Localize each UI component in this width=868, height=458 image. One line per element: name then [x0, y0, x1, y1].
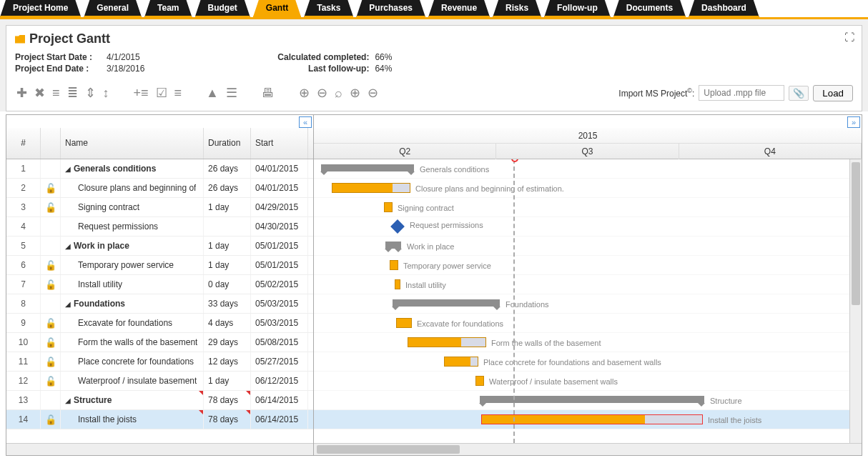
right-hscrollbar[interactable] [314, 443, 862, 455]
table-row[interactable]: 6🔓Temporary power service1 day05/01/2015 [6, 256, 313, 275]
tab-gantt[interactable]: Gantt [253, 0, 301, 17]
duration-cell[interactable]: 1 day [204, 237, 251, 255]
milestone-bar[interactable] [390, 219, 405, 234]
timeline-body[interactable]: Generals conditionsClosure plans and beg… [314, 159, 862, 443]
table-row[interactable]: 13◢Structure78 days06/14/2015 [6, 391, 313, 410]
zoom-minus-icon[interactable]: ⊖ [366, 84, 380, 102]
name-cell[interactable]: Excavate for foundations [61, 314, 204, 332]
table-row[interactable]: 14🔓Install the joists78 days06/14/2015 [6, 410, 313, 429]
duration-cell[interactable]: 33 days [204, 294, 251, 313]
tab-budget[interactable]: Budget [195, 0, 250, 17]
zoom-fit-icon[interactable]: ⌕ [333, 84, 344, 102]
gantt-row[interactable]: Form the walls of the basement [314, 333, 862, 352]
start-cell[interactable]: 05/03/2015 [251, 294, 308, 313]
unlock-icon[interactable]: 🔓 [45, 414, 56, 425]
col-header-start[interactable]: Start [251, 128, 308, 159]
task-bar[interactable]: Temporary power service [390, 260, 398, 270]
table-row[interactable]: 11🔓Place concrete for foundations12 days… [6, 352, 313, 372]
duration-cell[interactable] [204, 217, 251, 236]
name-cell[interactable]: Install utility [61, 275, 204, 294]
gantt-row[interactable]: Work in place [314, 237, 862, 256]
start-cell[interactable]: 05/03/2015 [251, 314, 308, 332]
name-cell[interactable]: Temporary power service [61, 256, 204, 274]
add-icon[interactable]: ✚ [15, 84, 29, 102]
table-row[interactable]: 1◢Generals conditions26 days04/01/2015 [6, 159, 313, 179]
unlock-icon[interactable]: 🔓 [45, 357, 56, 367]
summary-bar[interactable]: Foundations [393, 299, 500, 307]
vscroll-thumb[interactable] [852, 162, 860, 305]
table-row[interactable]: 9🔓Excavate for foundations4 days05/03/20… [6, 314, 313, 333]
duration-cell[interactable]: 26 days [204, 179, 251, 197]
task-bar[interactable]: Closure plans and beginning of estimatio… [332, 183, 410, 193]
expand-all-icon[interactable]: ↕ [102, 84, 111, 102]
unlock-icon[interactable]: 🔓 [45, 183, 56, 194]
collapse-left-icon[interactable]: « [299, 116, 312, 128]
task-bar[interactable]: Waterproof / insulate basement walls [475, 376, 484, 386]
tab-revenue[interactable]: Revenue [428, 0, 490, 17]
table-row[interactable]: 10🔓Form the walls of the basement29 days… [6, 333, 313, 352]
gantt-row[interactable]: Request permissions [314, 217, 862, 237]
table-row[interactable]: 4Request permissions04/30/2015 [6, 217, 313, 237]
start-cell[interactable]: 04/29/2015 [251, 198, 308, 216]
gantt-row[interactable]: Generals conditions [314, 159, 862, 179]
start-cell[interactable]: 06/14/2015 [251, 391, 308, 409]
gantt-row[interactable]: Temporary power service [314, 256, 862, 275]
zoom-out-icon[interactable]: ⊖ [315, 84, 329, 102]
start-cell[interactable]: 06/12/2015 [251, 372, 308, 390]
tab-follow-up[interactable]: Follow-up [544, 0, 611, 17]
table-row[interactable]: 3🔓Signing contract1 day04/29/2015 [6, 198, 313, 217]
gantt-row[interactable]: Foundations [314, 294, 862, 314]
expand-right-icon[interactable]: » [847, 116, 860, 128]
zoom-in-icon[interactable]: ⊕ [297, 84, 311, 102]
warning-icon[interactable]: ▲ [204, 84, 220, 102]
table-row[interactable]: 7🔓Install utility0 day05/02/2015 [6, 275, 313, 294]
duration-cell[interactable]: 1 day [204, 372, 251, 390]
start-cell[interactable]: 04/30/2015 [251, 217, 308, 236]
name-cell[interactable]: Install the joists [61, 410, 204, 429]
duration-cell[interactable]: 4 days [204, 314, 251, 332]
zoom-plus-icon[interactable]: ⊕ [348, 84, 362, 102]
indent-icon[interactable]: ≣ [66, 84, 79, 102]
name-cell[interactable]: ◢Foundations [61, 294, 204, 313]
task-bar[interactable]: Install utility [395, 279, 400, 289]
fullscreen-icon[interactable]: ⛶ [844, 31, 854, 43]
start-cell[interactable]: 04/01/2015 [251, 159, 308, 178]
summary-bar[interactable]: Generals conditions [321, 164, 414, 171]
col-header-lock[interactable] [41, 128, 61, 159]
tab-documents[interactable]: Documents [613, 0, 686, 17]
name-cell[interactable]: ◢Generals conditions [61, 159, 204, 178]
tab-purchases[interactable]: Purchases [356, 0, 425, 17]
unlock-icon[interactable]: 🔓 [45, 279, 56, 290]
gantt-row[interactable]: Closure plans and beginning of estimatio… [314, 179, 862, 198]
tab-team[interactable]: Team [144, 0, 192, 17]
caret-icon[interactable]: ◢ [65, 397, 71, 404]
task-bar[interactable]: Excavate for foundations [396, 318, 412, 328]
name-cell[interactable]: Signing contract [61, 198, 204, 216]
col-header-name[interactable]: Name [61, 128, 204, 159]
unlock-icon[interactable]: 🔓 [45, 260, 56, 271]
upload-input[interactable] [699, 85, 784, 101]
unlock-icon[interactable]: 🔓 [45, 202, 56, 213]
tab-dashboard[interactable]: Dashboard [689, 0, 759, 17]
tab-tasks[interactable]: Tasks [304, 0, 353, 17]
name-cell[interactable]: ◢Work in place [61, 237, 204, 255]
unlock-icon[interactable]: 🔓 [45, 318, 56, 329]
duration-cell[interactable]: 12 days [204, 352, 251, 371]
start-cell[interactable]: 05/01/2015 [251, 237, 308, 255]
duration-cell[interactable]: 26 days [204, 159, 251, 178]
table-row[interactable]: 8◢Foundations33 days05/03/2015 [6, 294, 313, 314]
print-icon[interactable]: 🖶 [260, 84, 276, 102]
name-cell[interactable]: Waterproof / insulate basement [61, 372, 204, 390]
summary-bar[interactable]: Work in place [385, 242, 401, 249]
layers-icon[interactable]: ☰ [225, 84, 239, 102]
table-row[interactable]: 2🔓Closure plans and beginning of26 days0… [6, 179, 313, 198]
name-cell[interactable]: ◢Structure [61, 391, 204, 409]
load-button[interactable]: Load [813, 85, 853, 101]
task-bar[interactable]: Form the walls of the basement [408, 337, 486, 347]
start-cell[interactable]: 05/01/2015 [251, 256, 308, 274]
start-cell[interactable]: 06/14/2015 [251, 410, 308, 429]
name-cell[interactable]: Closure plans and beginning of [61, 179, 204, 197]
name-cell[interactable]: Request permissions [61, 217, 204, 236]
table-row[interactable]: 5◢Work in place1 day05/01/2015 [6, 237, 313, 256]
col-header-duration[interactable]: Duration [204, 128, 251, 159]
